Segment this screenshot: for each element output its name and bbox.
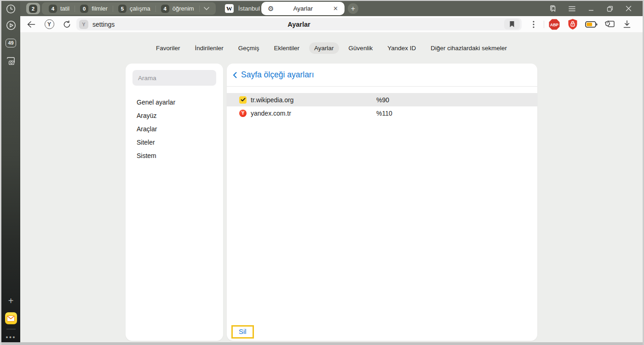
settings-page: Favoriler İndirilenler Geçmiş Eklentiler…: [20, 32, 643, 342]
group-count: 5: [118, 5, 126, 13]
checkbox-checked[interactable]: [239, 96, 247, 104]
tab-counter[interactable]: 49: [1, 34, 20, 52]
zoom-row-wikipedia[interactable]: tr.wikipedia.org %90: [227, 93, 537, 106]
bookmark-icon[interactable]: [504, 19, 520, 29]
gear-icon: ⚙: [268, 5, 274, 12]
adblock-plus-icon[interactable]: ABP: [547, 18, 562, 31]
new-tab-button[interactable]: +: [348, 3, 358, 14]
group-label: filmler: [92, 5, 108, 12]
toolbar: Y Y settings Ayarlar ABP: [20, 16, 643, 32]
site-badge-icon: Y: [79, 20, 88, 29]
side-panel-tag-icon[interactable]: [602, 18, 617, 31]
tab-groups: 4 tatil 0 filmler 5 çalışma 4 öğrenim: [42, 2, 216, 15]
left-rail: 49 + ●●●: [1, 1, 20, 343]
zoom-value: %90: [376, 96, 389, 104]
refresh-icon[interactable]: [60, 18, 74, 31]
zoom-row-yandex[interactable]: Y yandex.com.tr %110: [227, 106, 537, 120]
back-icon[interactable]: [24, 18, 38, 31]
delete-button[interactable]: Sil: [233, 327, 253, 337]
more-dots: ●●●: [6, 335, 16, 339]
settings-nav: Favoriler İndirilenler Geçmiş Eklentiler…: [20, 42, 643, 54]
nav-diger-cihazlar[interactable]: Diğer cihazlardaki sekmeler: [426, 42, 512, 54]
zoom-settings-panel: Sayfa ölçeği ayarları tr.wikipedia.org %…: [227, 64, 537, 341]
tab-group-tatil[interactable]: 4 tatil: [44, 5, 75, 13]
media-play-icon[interactable]: [1, 17, 20, 34]
chevron-left-icon: [233, 72, 237, 78]
tab-group-active[interactable]: 2: [26, 3, 40, 14]
protect-shield-icon[interactable]: [565, 18, 580, 31]
section-arayuz[interactable]: Arayüz: [126, 109, 223, 122]
nav-eklentiler[interactable]: Eklentiler: [269, 42, 305, 54]
restore-icon[interactable]: [600, 1, 619, 16]
active-group-count: 2: [29, 5, 37, 13]
window-controls: [544, 1, 638, 16]
url-text: settings: [92, 21, 115, 28]
yandex-logo: Y: [45, 19, 54, 29]
yandex-mail-icon[interactable]: [1, 310, 20, 327]
downloads-icon[interactable]: [620, 18, 634, 31]
rail-more-icon[interactable]: ●●●: [1, 331, 20, 343]
zoom-settings-title: Sayfa ölçeği ayarları: [241, 70, 314, 80]
nav-favoriler[interactable]: Favoriler: [151, 42, 185, 54]
site-name: yandex.com.tr: [251, 110, 291, 117]
toolbar-divider: [544, 21, 544, 28]
zoom-settings-back[interactable]: Sayfa ölçeği ayarları: [227, 64, 537, 87]
menu-icon[interactable]: [563, 1, 581, 16]
rail-add-icon[interactable]: +: [1, 292, 20, 310]
group-count: 4: [161, 5, 169, 13]
nav-yandex-id[interactable]: Yandex ID: [382, 42, 421, 54]
zoom-value: %110: [376, 110, 392, 117]
group-label: öğrenim: [172, 5, 194, 12]
nav-gecmis[interactable]: Geçmiş: [233, 42, 264, 54]
tab-group-calisma[interactable]: 5 çalışma: [113, 5, 155, 13]
tab-group-ogrenim[interactable]: 4 öğrenim: [156, 5, 199, 13]
tab-close-icon[interactable]: ✕: [332, 5, 339, 12]
settings-section-list: Genel ayarlar Arayüz Araçlar Siteler Sis…: [126, 95, 223, 162]
nav-guvenlik[interactable]: Güvenlik: [344, 42, 378, 54]
yandex-home-icon[interactable]: Y: [42, 18, 56, 31]
panel-spacer: [227, 120, 537, 325]
tab-group-filmler[interactable]: 0 filmler: [75, 5, 113, 13]
nav-indirilenler[interactable]: İndirilenler: [190, 42, 229, 54]
mail-app-badge: [5, 312, 17, 324]
history-icon[interactable]: [1, 1, 20, 17]
section-sistem[interactable]: Sistem: [126, 149, 223, 162]
row-gap: [227, 87, 537, 93]
settings-panels: Genel ayarlar Arayüz Araçlar Siteler Sis…: [126, 64, 537, 341]
settings-sidebar: Genel ayarlar Arayüz Araçlar Siteler Sis…: [126, 64, 223, 341]
nav-ayarlar-active[interactable]: Ayarlar: [309, 42, 339, 54]
tab-count-badge: 49: [6, 39, 16, 47]
abp-label: ABP: [550, 23, 558, 27]
rail-divider: [6, 329, 16, 329]
address-bar[interactable]: Y settings Ayarlar: [76, 18, 522, 30]
group-count: 0: [80, 5, 88, 13]
yandex-favicon: Y: [239, 110, 247, 117]
site-name: tr.wikipedia.org: [251, 96, 293, 104]
settings-search-input[interactable]: [132, 70, 216, 86]
group-label: çalışma: [130, 5, 150, 12]
wikipedia-favicon: W: [225, 4, 234, 13]
titlebar: 2 4 tatil 0 filmler 5 çalışma 4 öğrenim …: [20, 1, 643, 16]
panels-icon[interactable]: [544, 1, 563, 16]
kebab-menu-icon[interactable]: [526, 18, 541, 31]
tab-title: Ayarlar: [274, 5, 332, 12]
section-araclar[interactable]: Araçlar: [126, 122, 223, 135]
section-siteler[interactable]: Siteler: [126, 135, 223, 149]
close-icon[interactable]: [619, 1, 638, 16]
minimize-icon[interactable]: [581, 1, 600, 16]
groups-chevron-down-icon[interactable]: [200, 7, 214, 10]
screenshot-icon[interactable]: [1, 52, 20, 69]
page-title: Ayarlar: [76, 21, 522, 28]
delete-button-highlight: Sil: [231, 325, 254, 339]
group-count: 4: [49, 5, 57, 13]
window-bottom-edge: [1, 342, 643, 345]
tab-settings-active[interactable]: ⚙ Ayarlar ✕: [261, 2, 345, 15]
group-label: tatil: [60, 5, 69, 12]
section-genel-ayarlar[interactable]: Genel ayarlar: [126, 95, 223, 109]
battery-icon[interactable]: [584, 18, 598, 31]
